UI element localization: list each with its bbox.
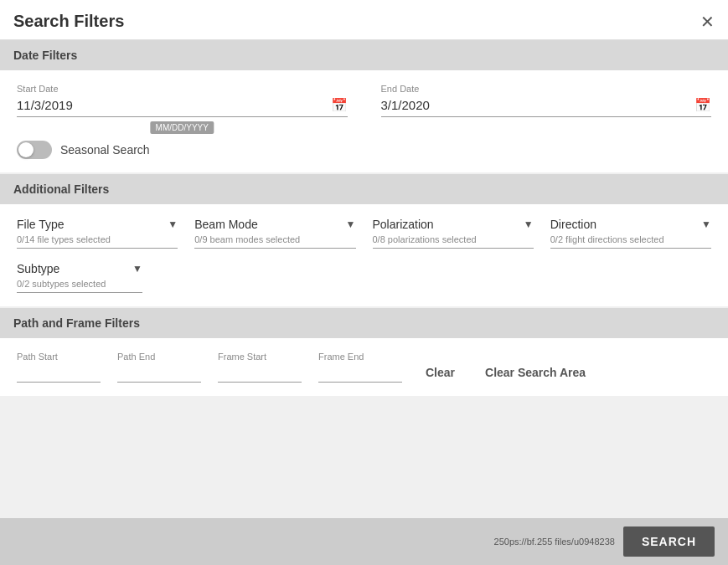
close-button[interactable]: ✕ xyxy=(700,13,715,30)
start-date-calendar-icon[interactable]: 📅 xyxy=(331,97,348,113)
path-start-label: Path Start xyxy=(17,352,101,362)
direction-label: Direction xyxy=(550,218,596,231)
beam-mode-dropdown[interactable]: Beam Mode ▼ 0/9 beam modes selected xyxy=(194,218,355,249)
seasonal-row: Seasonal Search xyxy=(17,141,711,159)
direction-dropdown[interactable]: Direction ▼ 0/2 flight directions select… xyxy=(550,218,711,249)
polarization-arrow-icon: ▼ xyxy=(524,218,534,230)
path-end-input[interactable] xyxy=(117,365,201,383)
start-date-wrapper: 📅 xyxy=(17,97,348,117)
subtype-label: Subtype xyxy=(17,262,59,275)
beam-mode-arrow-icon: ▼ xyxy=(346,218,356,230)
date-hint: MM/DD/YYYY xyxy=(151,121,214,134)
end-date-field: End Date 📅 xyxy=(381,84,712,117)
path-start-input[interactable] xyxy=(17,365,101,383)
subtype-dropdown[interactable]: Subtype ▼ 0/2 subtypes selected xyxy=(17,262,142,293)
frame-start-input[interactable] xyxy=(218,365,302,383)
modal-header: Search Filters ✕ xyxy=(0,0,728,40)
start-date-input[interactable] xyxy=(17,98,331,112)
polarization-count: 0/8 polarizations selected xyxy=(373,234,534,244)
file-type-arrow-icon: ▼ xyxy=(168,218,178,230)
filters-grid: File Type ▼ 0/14 file types selected Bea… xyxy=(17,218,711,249)
search-button[interactable]: SEARCH xyxy=(623,526,715,557)
path-frame-header: Path and Frame Filters xyxy=(0,308,728,338)
url-status-text: 250ps://bf.255 files/u0948238 xyxy=(494,537,615,547)
search-filters-modal: Search Filters ✕ Date Filters Start Date… xyxy=(0,0,728,565)
additional-filters-header: Additional Filters xyxy=(0,174,728,204)
polarization-dropdown[interactable]: Polarization ▼ 0/8 polarizations selecte… xyxy=(373,218,534,249)
path-end-field: Path End xyxy=(117,352,201,383)
date-filters-section: Date Filters Start Date 📅 MM/DD/YYYY End… xyxy=(0,40,728,172)
direction-arrow-icon: ▼ xyxy=(701,218,711,230)
bottom-bar: 250ps://bf.255 files/u0948238 SEARCH xyxy=(0,518,728,565)
file-type-count: 0/14 file types selected xyxy=(17,234,178,244)
seasonal-search-label: Seasonal Search xyxy=(60,143,150,157)
path-end-label: Path End xyxy=(117,352,201,362)
additional-filters-section: Additional Filters File Type ▼ 0/14 file… xyxy=(0,174,728,306)
frame-end-input[interactable] xyxy=(318,365,402,383)
direction-count: 0/2 flight directions selected xyxy=(550,234,711,244)
path-frame-filters-section: Path and Frame Filters Path Start Path E… xyxy=(0,308,728,396)
seasonal-search-toggle[interactable] xyxy=(17,141,52,159)
path-frame-content: Path Start Path End Frame Start Frame En… xyxy=(0,338,728,396)
start-date-field: Start Date 📅 MM/DD/YYYY xyxy=(17,84,348,117)
clear-button[interactable]: Clear xyxy=(419,366,462,383)
path-frame-row: Path Start Path End Frame Start Frame En… xyxy=(17,352,711,383)
clear-search-area-button[interactable]: Clear Search Area xyxy=(478,366,592,383)
start-date-label: Start Date xyxy=(17,84,348,94)
toggle-track xyxy=(17,141,52,159)
date-filters-header: Date Filters xyxy=(0,40,728,70)
beam-mode-label: Beam Mode xyxy=(194,218,257,231)
end-date-label: End Date xyxy=(381,84,712,94)
modal-body: Date Filters Start Date 📅 MM/DD/YYYY End… xyxy=(0,40,728,518)
end-date-wrapper: 📅 xyxy=(381,97,712,117)
file-type-dropdown[interactable]: File Type ▼ 0/14 file types selected xyxy=(17,218,178,249)
polarization-label: Polarization xyxy=(373,218,434,231)
subtype-count: 0/2 subtypes selected xyxy=(17,279,142,289)
end-date-calendar-icon[interactable]: 📅 xyxy=(694,97,711,113)
frame-end-field: Frame End xyxy=(318,352,402,383)
date-filters-content: Start Date 📅 MM/DD/YYYY End Date 📅 xyxy=(0,70,728,172)
file-type-label: File Type xyxy=(17,218,65,231)
end-date-input[interactable] xyxy=(381,98,695,112)
subtype-row: Subtype ▼ 0/2 subtypes selected xyxy=(17,262,711,293)
beam-mode-count: 0/9 beam modes selected xyxy=(194,234,355,244)
additional-filters-content: File Type ▼ 0/14 file types selected Bea… xyxy=(0,204,728,306)
toggle-thumb xyxy=(18,142,34,157)
date-row: Start Date 📅 MM/DD/YYYY End Date 📅 xyxy=(17,84,711,117)
subtype-arrow-icon: ▼ xyxy=(132,263,142,275)
path-start-field: Path Start xyxy=(17,352,101,383)
modal-title: Search Filters xyxy=(13,12,124,31)
frame-start-field: Frame Start xyxy=(218,352,302,383)
frame-start-label: Frame Start xyxy=(218,352,302,362)
frame-end-label: Frame End xyxy=(318,352,402,362)
